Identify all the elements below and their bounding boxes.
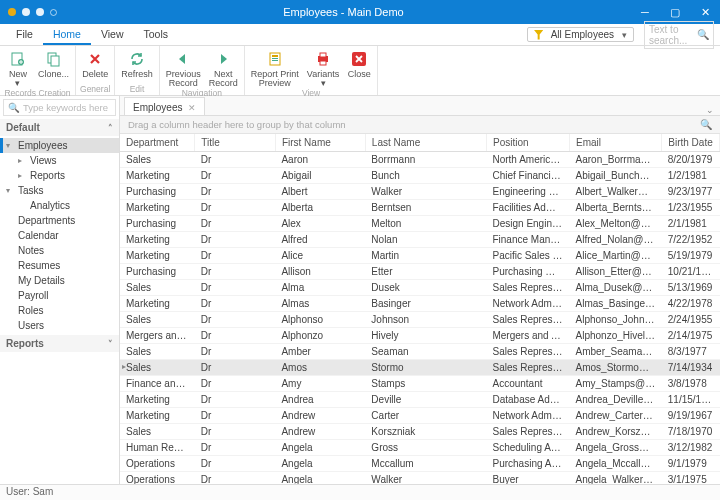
table-cell: 4/22/1978 bbox=[662, 296, 720, 312]
sidebar-item-departments[interactable]: Departments bbox=[0, 213, 119, 228]
refresh-button[interactable]: Refresh bbox=[119, 48, 155, 79]
variants-button[interactable]: Variants▾ bbox=[305, 48, 341, 88]
table-cell: Purchasing Assistant bbox=[486, 456, 569, 472]
sidebar-item-calendar[interactable]: Calendar bbox=[0, 228, 119, 243]
column-header[interactable]: Department bbox=[120, 134, 195, 152]
sidebar-item-roles[interactable]: Roles bbox=[0, 303, 119, 318]
table-row[interactable]: PurchasingDrAlexMeltonDesign EngineerAle… bbox=[120, 216, 720, 232]
table-cell: Seaman bbox=[365, 344, 486, 360]
table-cell: Almas_Basinger@exampl... bbox=[570, 296, 662, 312]
new-button[interactable]: New▾ bbox=[4, 48, 32, 88]
table-cell: Angela bbox=[275, 440, 365, 456]
table-row[interactable]: Mergers and Ac...DrAlphonzoHivelyMergers… bbox=[120, 328, 720, 344]
table-cell: Andrew_Carter@exampl... bbox=[570, 408, 662, 424]
menu-tools[interactable]: Tools bbox=[134, 25, 179, 45]
sidebar-section-default[interactable]: Default˄ bbox=[0, 119, 119, 136]
menu-home[interactable]: Home bbox=[43, 25, 91, 45]
group-by-bar[interactable]: Drag a column header here to group by th… bbox=[120, 116, 720, 134]
sidebar-item-my-details[interactable]: My Details bbox=[0, 273, 119, 288]
sidebar-item-users[interactable]: Users bbox=[0, 318, 119, 333]
table-cell: Dr bbox=[195, 152, 276, 168]
table-cell: 2/14/1975 bbox=[662, 328, 720, 344]
table-cell: Albert bbox=[275, 184, 365, 200]
table-row[interactable]: SalesDrAmberSeamanSales RepresentativeAm… bbox=[120, 344, 720, 360]
ribbon-group-view: Report PrintPreviewVariants▾CloseView bbox=[245, 46, 378, 95]
table-row[interactable]: SalesDrAlmaDusekSales RepresentativeAlma… bbox=[120, 280, 720, 296]
sidebar-item-views[interactable]: ▸Views bbox=[0, 153, 119, 168]
ribbon-button-label: Clone... bbox=[38, 70, 69, 79]
table-row[interactable]: MarketingDrAlbertaBerntsenFacilities Adm… bbox=[120, 200, 720, 216]
ribbon-group-navigation: PreviousRecordNextRecordNavigation bbox=[160, 46, 245, 95]
table-row[interactable]: MarketingDrAndrewCarterNetwork Administr… bbox=[120, 408, 720, 424]
global-search-input[interactable]: Text to search... 🔍 bbox=[644, 21, 714, 49]
sidebar-item-reports[interactable]: ▸Reports bbox=[0, 168, 119, 183]
column-header[interactable]: First Name bbox=[275, 134, 365, 152]
column-header[interactable]: Last Name bbox=[365, 134, 486, 152]
sidebar-item-payroll[interactable]: Payroll bbox=[0, 288, 119, 303]
column-header[interactable]: Position bbox=[486, 134, 569, 152]
table-row[interactable]: Finance and Ac...DrAmyStampsAccountantAm… bbox=[120, 376, 720, 392]
menu-file[interactable]: File bbox=[6, 25, 43, 45]
data-grid[interactable]: DepartmentTitleFirst NameLast NamePositi… bbox=[120, 134, 720, 484]
table-row[interactable]: MarketingDrAliceMartinPacific Sales Mana… bbox=[120, 248, 720, 264]
table-row[interactable]: MarketingDrAlfredNolanFinance ManagerAlf… bbox=[120, 232, 720, 248]
table-row[interactable]: MarketingDrAlmasBasingerNetwork Administ… bbox=[120, 296, 720, 312]
sidebar-item-tasks[interactable]: ▾Tasks bbox=[0, 183, 119, 198]
table-row[interactable]: Human Resourc...DrAngelaGrossScheduling … bbox=[120, 440, 720, 456]
close-button[interactable]: Close bbox=[345, 48, 373, 88]
delete-button[interactable]: Delete bbox=[80, 48, 110, 79]
table-cell: 5/19/1979 bbox=[662, 248, 720, 264]
column-header[interactable]: Title bbox=[195, 134, 276, 152]
table-cell: 7/18/1970 bbox=[662, 424, 720, 440]
table-cell: Melton bbox=[365, 216, 486, 232]
next-record-button[interactable]: NextRecord bbox=[207, 48, 240, 88]
table-row[interactable]: SalesDrAndrewKorszniakSales Representati… bbox=[120, 424, 720, 440]
ribbon-button-label: Delete bbox=[82, 70, 108, 79]
filter-label: All Employees bbox=[551, 29, 614, 40]
table-row[interactable]: OperationsDrAngelaWalkerBuyerAngela_Walk… bbox=[120, 472, 720, 485]
table-row[interactable]: SalesDrAlphonsoJohnsonSales Representati… bbox=[120, 312, 720, 328]
search-icon[interactable]: 🔍 bbox=[700, 119, 712, 130]
table-cell: Engineering Manager bbox=[486, 184, 569, 200]
table-cell: Albert_Walker@example.... bbox=[570, 184, 662, 200]
table-cell: Finance and Ac... bbox=[120, 376, 195, 392]
table-cell: 2/24/1955 bbox=[662, 312, 720, 328]
table-cell: Dr bbox=[195, 376, 276, 392]
table-row[interactable]: PurchasingDrAlbertWalkerEngineering Mana… bbox=[120, 184, 720, 200]
ribbon: New▾Clone...Records CreationDeleteGenera… bbox=[0, 46, 720, 96]
table-row[interactable]: PurchasingDrAllisonEtterPurchasing Manag… bbox=[120, 264, 720, 280]
chevron-down-icon[interactable]: ⌄ bbox=[706, 105, 714, 115]
close-icon[interactable]: ✕ bbox=[188, 103, 196, 113]
table-cell: Stormo bbox=[365, 360, 486, 376]
clone-button[interactable]: Clone... bbox=[36, 48, 71, 88]
table-cell: Alphonzo bbox=[275, 328, 365, 344]
ribbon-button-label: Close bbox=[348, 70, 371, 79]
table-row[interactable]: SalesDrAmosStormoSales RepresentativeAmo… bbox=[120, 360, 720, 376]
print-icon bbox=[314, 50, 332, 68]
report-preview-button[interactable]: Report PrintPreview bbox=[249, 48, 301, 88]
table-cell: Dr bbox=[195, 392, 276, 408]
menu-view[interactable]: View bbox=[91, 25, 134, 45]
table-row[interactable]: SalesDrAaronBorrmannNorth American Sales… bbox=[120, 152, 720, 168]
table-cell: 5/13/1969 bbox=[662, 280, 720, 296]
table-cell: Dr bbox=[195, 168, 276, 184]
prev-record-button[interactable]: PreviousRecord bbox=[164, 48, 203, 88]
main-area: Employees ✕ ⌄ Drag a column header here … bbox=[120, 96, 720, 484]
table-cell: Mccallum bbox=[365, 456, 486, 472]
table-row[interactable]: MarketingDrAbigailBunchChief Financial O… bbox=[120, 168, 720, 184]
table-cell: Marketing bbox=[120, 168, 195, 184]
sidebar-section-reports[interactable]: Reports˅ bbox=[0, 335, 119, 352]
sidebar-item-employees[interactable]: ▾Employees bbox=[0, 138, 119, 153]
table-cell: Design Engineer bbox=[486, 216, 569, 232]
sidebar-item-resumes[interactable]: Resumes bbox=[0, 258, 119, 273]
column-header[interactable]: Birth Date bbox=[662, 134, 720, 152]
table-cell: Dr bbox=[195, 328, 276, 344]
tab-employees[interactable]: Employees ✕ bbox=[124, 97, 205, 115]
sidebar-item-notes[interactable]: Notes bbox=[0, 243, 119, 258]
view-filter-dropdown[interactable]: All Employees ▾ bbox=[527, 27, 634, 42]
sidebar-item-analytics[interactable]: Analytics bbox=[0, 198, 119, 213]
table-row[interactable]: OperationsDrAngelaMccallumPurchasing Ass… bbox=[120, 456, 720, 472]
column-header[interactable]: Email bbox=[570, 134, 662, 152]
sidebar-search-input[interactable]: 🔍 Type keywords here bbox=[3, 99, 116, 116]
table-row[interactable]: MarketingDrAndreaDevilleDatabase Adminis… bbox=[120, 392, 720, 408]
